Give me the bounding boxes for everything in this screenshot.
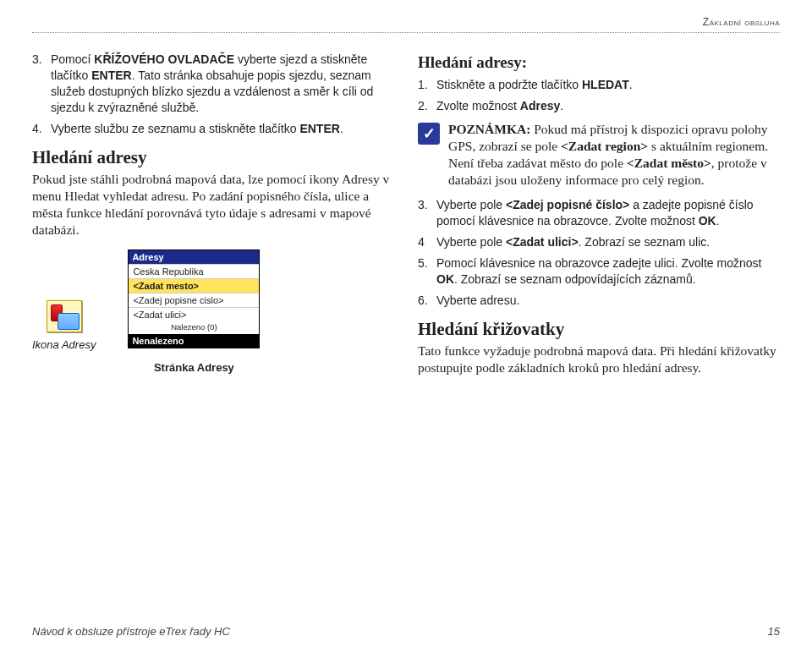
step-number: 4.: [32, 121, 51, 137]
screen-row: <Zadej popisne cislo>: [129, 293, 259, 307]
step-number: 6.: [418, 293, 436, 309]
step-text: Vyberte adresu.: [436, 293, 780, 309]
section-body: Tato funkce vyžaduje podrobná mapová dat…: [418, 343, 780, 376]
step-text: Pomocí KŘÍŽOVÉHO OVLADAČE vyberte sjezd …: [51, 52, 394, 116]
step-number: 3.: [418, 197, 436, 229]
note-block: ✓ POZNÁMKA: Pokud má přístroj k dispozic…: [418, 121, 780, 189]
step-text: Vyberte pole <Zadat ulici>. Zobrazí se s…: [436, 234, 780, 250]
step-number: 1.: [418, 77, 436, 93]
list-item: 1. Stiskněte a podržte tlačítko HLEDAT.: [418, 77, 780, 93]
two-column-layout: 3. Pomocí KŘÍŽOVÉHO OVLADAČE vyberte sje…: [32, 52, 780, 381]
list-item: 3. Pomocí KŘÍŽOVÉHO OVLADAČE vyberte sje…: [32, 52, 394, 116]
step-text: Vyberte pole <Zadej popisné číslo> a zad…: [436, 197, 780, 229]
step-text: Vyberte službu ze seznamu a stiskněte tl…: [51, 121, 394, 137]
figure-icon-adresy: Ikona Adresy: [32, 300, 96, 353]
figure-screen: Adresy Ceska Republika <Zadat mesto> <Za…: [128, 249, 260, 376]
step-number: 4: [418, 234, 436, 250]
step-text: Pomocí klávesnice na obrazovce zadejte u…: [436, 255, 780, 288]
screen-row: <Zadat ulici>: [129, 307, 259, 321]
figure-caption: Stránka Adresy: [154, 360, 234, 376]
section-heading: Hledání křižovatky: [418, 317, 780, 341]
section-body: Pokud jste stáhli podrobná mapová data, …: [32, 171, 394, 239]
step-number: 5.: [418, 255, 436, 288]
screen-row: Ceska Republika: [129, 264, 259, 278]
step-number: 2.: [418, 98, 436, 114]
screen-row-highlighted: <Zadat mesto>: [129, 278, 259, 293]
screen-result: Nenalezeno: [129, 334, 259, 348]
figure-caption: Ikona Adresy: [32, 337, 96, 353]
screen-titlebar: Adresy: [129, 250, 259, 265]
adresy-icon: [47, 300, 82, 332]
header-section-label: Základní obsluha: [32, 15, 780, 29]
list-item: 4. Vyberte službu ze seznamu a stiskněte…: [32, 121, 394, 137]
checkmark-icon: ✓: [418, 123, 440, 145]
header-text: Základní obsluha: [703, 16, 780, 28]
device-screen: Adresy Ceska Republika <Zadat mesto> <Za…: [128, 249, 260, 349]
page-footer: Návod k obsluze přístroje eTrex řady HC …: [32, 624, 780, 639]
right-column: Hledání adresy: 1. Stiskněte a podržte t…: [418, 52, 780, 381]
figures-row: Ikona Adresy Adresy Ceska Republika <Zad…: [32, 249, 394, 376]
procedure-heading: Hledání adresy:: [418, 52, 780, 74]
list-item: 5. Pomocí klávesnice na obrazovce zadejt…: [418, 255, 780, 288]
list-item: 4 Vyberte pole <Zadat ulici>. Zobrazí se…: [418, 234, 780, 250]
section-heading: Hledání adresy: [32, 145, 394, 169]
step-number: 3.: [32, 52, 51, 116]
list-item: 3. Vyberte pole <Zadej popisné číslo> a …: [418, 197, 780, 229]
step-text: Zvolte možnost Adresy.: [436, 98, 780, 114]
left-column: 3. Pomocí KŘÍŽOVÉHO OVLADAČE vyberte sje…: [32, 52, 394, 381]
header-divider: [32, 32, 780, 33]
list-item: 6. Vyberte adresu.: [418, 293, 780, 309]
page-number: 15: [768, 624, 780, 639]
step-text: Stiskněte a podržte tlačítko HLEDAT.: [436, 77, 780, 93]
list-item: 2. Zvolte možnost Adresy.: [418, 98, 780, 114]
screen-found-count: Nalezeno (0): [129, 321, 259, 334]
note-text: POZNÁMKA: Pokud má přístroj k dispozici …: [448, 121, 780, 189]
footer-title: Návod k obsluze přístroje eTrex řady HC: [32, 624, 230, 639]
